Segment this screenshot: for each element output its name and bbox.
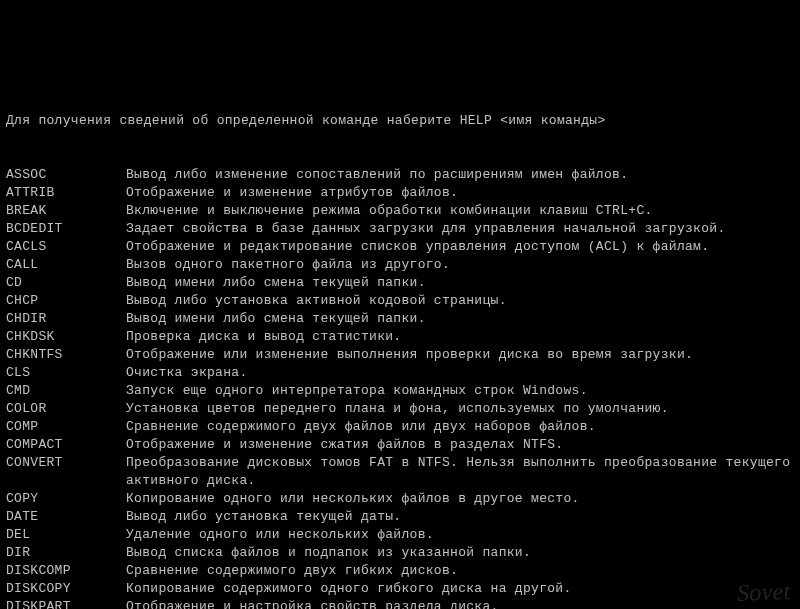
command-row: CHDIRВывод имени либо смена текущей папк…	[6, 310, 794, 328]
command-name: CHCP	[6, 292, 126, 310]
command-row: COPYКопирование одного или нескольких фа…	[6, 490, 794, 508]
command-description: Отображение или изменение выполнения про…	[126, 346, 794, 364]
command-name: CHKDSK	[6, 328, 126, 346]
command-description: Преобразование дисковых томов FAT в NTFS…	[126, 454, 794, 490]
command-name: COPY	[6, 490, 126, 508]
command-description: Отображение и настройка свойств раздела …	[126, 598, 794, 609]
command-name: CLS	[6, 364, 126, 382]
command-name: DISKPART	[6, 598, 126, 609]
command-description: Вывод имени либо смена текущей папки.	[126, 274, 794, 292]
command-row: BCDEDITЗадает свойства в базе данных заг…	[6, 220, 794, 238]
command-description: Отображение и изменение атрибутов файлов…	[126, 184, 794, 202]
command-description: Вывод либо установка активной кодовой ст…	[126, 292, 794, 310]
command-row: CHCPВывод либо установка активной кодово…	[6, 292, 794, 310]
command-row: DISKCOMPСравнение содержимого двух гибки…	[6, 562, 794, 580]
command-description: Вызов одного пакетного файла из другого.	[126, 256, 794, 274]
command-row: DIRВывод списка файлов и подпапок из ука…	[6, 544, 794, 562]
command-name: ATTRIB	[6, 184, 126, 202]
command-row: DISKCOPYКопирование содержимого одного г…	[6, 580, 794, 598]
command-name: CONVERT	[6, 454, 126, 472]
command-name: COMPACT	[6, 436, 126, 454]
command-description: Копирование одного или нескольких файлов…	[126, 490, 794, 508]
command-row: CHKNTFSОтображение или изменение выполне…	[6, 346, 794, 364]
command-name: CD	[6, 274, 126, 292]
command-row: DELУдаление одного или нескольких файлов…	[6, 526, 794, 544]
command-name: ASSOC	[6, 166, 126, 184]
command-description: Проверка диска и вывод статистики.	[126, 328, 794, 346]
command-description: Копирование содержимого одного гибкого д…	[126, 580, 794, 598]
command-name: DISKCOMP	[6, 562, 126, 580]
command-name: DIR	[6, 544, 126, 562]
command-row: COMPACTОтображение и изменение сжатия фа…	[6, 436, 794, 454]
command-row: CLSОчистка экрана.	[6, 364, 794, 382]
command-row: COLORУстановка цветов переднего плана и …	[6, 400, 794, 418]
command-name: CMD	[6, 382, 126, 400]
command-row: ATTRIBОтображение и изменение атрибутов …	[6, 184, 794, 202]
command-description: Вывод либо изменение сопоставлений по ра…	[126, 166, 794, 184]
command-description: Удаление одного или нескольких файлов.	[126, 526, 794, 544]
command-name: COLOR	[6, 400, 126, 418]
command-description: Включение и выключение режима обработки …	[126, 202, 794, 220]
command-description: Установка цветов переднего плана и фона,…	[126, 400, 794, 418]
command-row: CHKDSKПроверка диска и вывод статистики.	[6, 328, 794, 346]
command-name: DISKCOPY	[6, 580, 126, 598]
command-name: CHDIR	[6, 310, 126, 328]
command-description: Вывод имени либо смена текущей папки.	[126, 310, 794, 328]
command-row: CDВывод имени либо смена текущей папки.	[6, 274, 794, 292]
command-row: CALLВызов одного пакетного файла из друг…	[6, 256, 794, 274]
command-row: DISKPARTОтображение и настройка свойств …	[6, 598, 794, 609]
command-description: Сравнение содержимого двух файлов или дв…	[126, 418, 794, 436]
command-description: Вывод списка файлов и подпапок из указан…	[126, 544, 794, 562]
command-name: CALL	[6, 256, 126, 274]
command-description: Сравнение содержимого двух гибких дисков…	[126, 562, 794, 580]
command-description: Отображение и редактирование списков упр…	[126, 238, 794, 256]
command-row: DATEВывод либо установка текущей даты.	[6, 508, 794, 526]
command-list: ASSOCВывод либо изменение сопоставлений …	[6, 166, 794, 609]
command-description: Задает свойства в базе данных загрузки д…	[126, 220, 794, 238]
command-name: CHKNTFS	[6, 346, 126, 364]
terminal-window[interactable]: Для получения сведений об определенной к…	[6, 76, 794, 609]
command-description: Очистка экрана.	[126, 364, 794, 382]
command-description: Отображение и изменение сжатия файлов в …	[126, 436, 794, 454]
command-name: BREAK	[6, 202, 126, 220]
command-name: BCDEDIT	[6, 220, 126, 238]
command-row: BREAKВключение и выключение режима обраб…	[6, 202, 794, 220]
command-name: CACLS	[6, 238, 126, 256]
command-name: COMP	[6, 418, 126, 436]
help-header: Для получения сведений об определенной к…	[6, 112, 794, 130]
command-name: DEL	[6, 526, 126, 544]
command-row: CACLSОтображение и редактирование списко…	[6, 238, 794, 256]
command-row: CONVERTПреобразование дисковых томов FAT…	[6, 454, 794, 490]
command-row: CMDЗапуск еще одного интерпретатора кома…	[6, 382, 794, 400]
command-description: Запуск еще одного интерпретатора командн…	[126, 382, 794, 400]
command-row: COMPСравнение содержимого двух файлов ил…	[6, 418, 794, 436]
command-description: Вывод либо установка текущей даты.	[126, 508, 794, 526]
command-name: DATE	[6, 508, 126, 526]
command-row: ASSOCВывод либо изменение сопоставлений …	[6, 166, 794, 184]
